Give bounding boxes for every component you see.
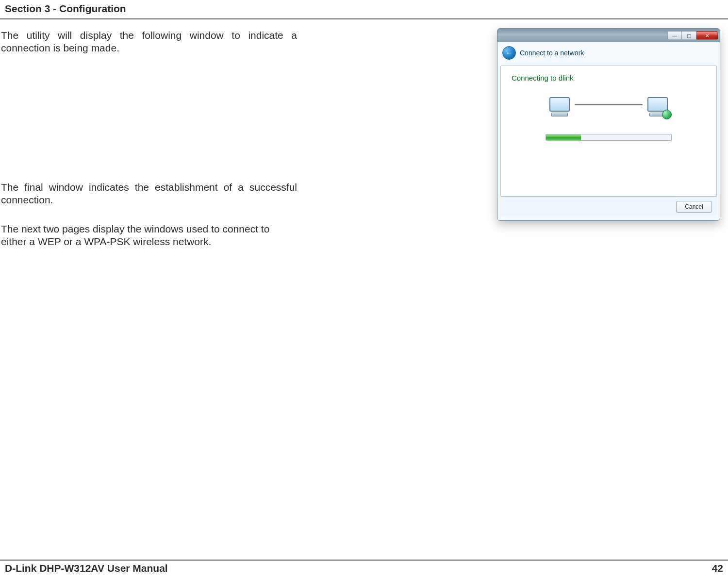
content-area: The utility will display the following w… [0,19,728,263]
section-title: Section 3 - Configuration [5,3,126,14]
globe-icon [662,110,672,119]
minimize-button[interactable]: — [667,31,682,40]
paragraph-1: The utility will display the following w… [1,29,297,55]
connection-line-icon [575,104,643,105]
back-button[interactable]: ← [502,46,516,60]
text-column: The utility will display the following w… [1,28,297,263]
minimize-icon: — [672,33,677,38]
manual-title: D-Link DHP-W312AV User Manual [5,562,168,574]
dialog-body: Connecting to dlink [500,66,717,197]
figure-column: — ▢ ✕ ← Connect to a network [497,28,723,263]
back-arrow-icon: ← [506,49,513,57]
window-close-button[interactable]: ✕ [696,31,718,40]
close-icon: ✕ [705,33,709,38]
connection-graphic [546,97,671,118]
local-computer-icon [546,97,573,118]
cancel-button[interactable]: Cancel [676,201,712,213]
cancel-label: Cancel [685,203,703,210]
dialog-title: Connect to a network [520,49,584,57]
paragraph-3: The next two pages display the windows u… [1,223,297,248]
dialog-footer: Cancel [500,197,717,216]
connecting-label: Connecting to dlink [512,74,574,82]
paragraph-2: The final window indicates the establish… [1,181,297,207]
progress-bar [546,134,672,141]
connect-network-dialog: — ▢ ✕ ← Connect to a network [497,28,720,221]
dialog-body-wrap: Connecting to dlink [497,63,720,220]
progress-fill [546,134,581,140]
page-number: 42 [712,562,723,574]
maximize-icon: ▢ [687,33,691,38]
remote-computer-icon [645,97,671,118]
dialog-titlebar: — ▢ ✕ [497,29,720,42]
dialog-header-row: ← Connect to a network [497,42,720,63]
section-header: Section 3 - Configuration [0,0,728,19]
page-footer: D-Link DHP-W312AV User Manual 42 [0,560,728,574]
maximize-button[interactable]: ▢ [682,31,696,40]
window-controls: — ▢ ✕ [667,31,718,40]
